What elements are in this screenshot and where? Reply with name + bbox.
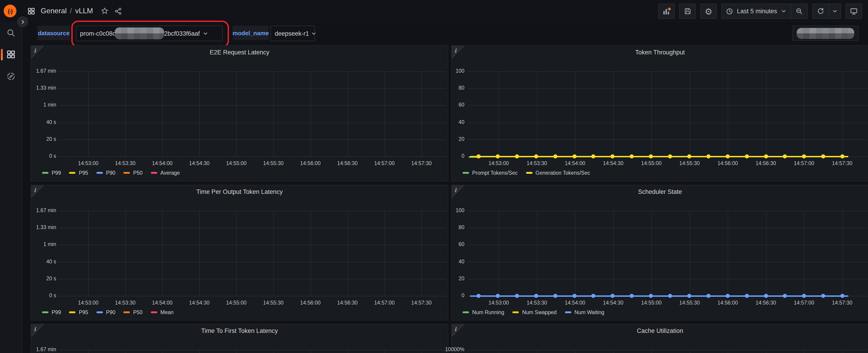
breadcrumb-page[interactable]: vLLM xyxy=(75,7,93,15)
gridline-vertical xyxy=(804,211,804,296)
series-point xyxy=(802,154,806,158)
share-icon[interactable] xyxy=(114,7,122,15)
series-point xyxy=(840,154,844,158)
add-panel-button[interactable] xyxy=(658,4,675,19)
y-tick-label: 1.33 min xyxy=(24,225,56,230)
legend-item[interactable]: P50 xyxy=(124,170,143,176)
gridline-vertical xyxy=(575,71,576,156)
datasource-value-prefix: prom-c0c08c xyxy=(80,30,116,37)
gridline-vertical xyxy=(273,71,274,156)
y-tick-label: 100 xyxy=(432,208,464,213)
legend-item[interactable]: P90 xyxy=(96,310,116,315)
x-tick-label: 14:54:30 xyxy=(183,300,215,305)
y-tick-label: 1.67 min xyxy=(24,347,56,352)
y-tick-label: 1.67 min xyxy=(24,208,56,213)
zoom-out-button[interactable] xyxy=(791,4,807,18)
gridline-vertical xyxy=(236,71,237,156)
chevron-right-icon xyxy=(20,19,25,25)
gridline-vertical xyxy=(310,71,311,156)
gridline-vertical xyxy=(804,71,804,156)
legend-item[interactable]: Mean xyxy=(151,310,174,315)
time-range-picker[interactable]: Last 5 minutes xyxy=(722,4,791,18)
legend-item[interactable]: P95 xyxy=(69,170,88,176)
breadcrumb: General / vLLM xyxy=(41,7,93,15)
zoom-out-icon xyxy=(795,7,803,15)
sidebar-expand-button[interactable] xyxy=(18,17,28,27)
series-point xyxy=(496,154,500,158)
y-tick-label: 20 s xyxy=(24,276,56,281)
legend-item[interactable]: P50 xyxy=(124,310,143,315)
series-point xyxy=(840,294,844,298)
legend-item[interactable]: P99 xyxy=(42,310,61,315)
panel-time-per-output-token-latency: i Time Per Output Token Latency 1.67 min… xyxy=(31,185,448,321)
logo[interactable]: (-) xyxy=(4,5,17,18)
legend-label: Average xyxy=(160,170,180,176)
redacted-top-right-control[interactable] xyxy=(793,26,859,41)
gridline-vertical xyxy=(613,350,614,353)
gridline-horizontal xyxy=(468,279,868,280)
gridline-horizontal xyxy=(59,211,446,211)
model-name-label: model_name xyxy=(232,26,269,40)
chevron-down-icon xyxy=(781,8,787,14)
y-tick-label: 20 s xyxy=(24,136,56,142)
legend-item[interactable]: Prompt Tokens/Sec xyxy=(463,170,518,176)
legend-item[interactable]: Generation Tokens/Sec xyxy=(526,170,590,176)
series-point xyxy=(783,154,787,158)
refresh-interval-dropdown[interactable] xyxy=(829,4,841,18)
y-tick-label: 20 xyxy=(432,276,464,281)
legend-item[interactable]: Num Swapped xyxy=(513,310,557,315)
legend-item[interactable]: P90 xyxy=(96,170,116,176)
datasource-dropdown[interactable]: prom-c0c08c 2bcf033f6aaf xyxy=(76,26,223,41)
sidebar-item-dashboards[interactable] xyxy=(0,45,22,64)
series-point xyxy=(611,154,615,158)
save-dashboard-button[interactable] xyxy=(679,4,696,19)
legend-label: Generation Tokens/Sec xyxy=(535,170,590,176)
panel-legend: Num RunningNum SwappedNum Waiting xyxy=(463,310,604,315)
sidebar-item-search[interactable] xyxy=(0,24,22,42)
breadcrumb-section[interactable]: General xyxy=(41,7,67,15)
time-range-group: Last 5 minutes xyxy=(721,4,808,19)
legend-item[interactable]: P99 xyxy=(42,170,61,176)
gridline-horizontal xyxy=(59,156,446,157)
x-tick-label: 14:55:30 xyxy=(674,160,706,166)
star-icon[interactable] xyxy=(100,7,108,15)
kiosk-mode-button[interactable] xyxy=(846,4,862,19)
breadcrumb-separator: / xyxy=(70,7,72,15)
datasource-value-suffix: 2bcf033f6aaf xyxy=(164,30,200,37)
kiosk-monitor-icon xyxy=(850,7,858,15)
plot-area: 1.67 min1.33 min1 min40 s20 s0 s14:53:00… xyxy=(31,46,448,181)
model-name-dropdown[interactable]: deepseek-r1 xyxy=(271,26,315,41)
series-line xyxy=(470,295,848,297)
legend-label: Num Waiting xyxy=(575,310,604,315)
gridline-vertical xyxy=(347,350,348,353)
legend-item[interactable]: P95 xyxy=(69,310,88,315)
gridline-vertical xyxy=(422,350,422,353)
gridline-horizontal xyxy=(468,350,868,350)
legend-label: P95 xyxy=(79,170,88,176)
x-tick-label: 14:53:00 xyxy=(483,160,515,166)
gridline-vertical xyxy=(384,71,385,156)
panel-legend: P99P95P90P50Average xyxy=(42,170,180,176)
y-tick-label: 40 s xyxy=(24,119,56,125)
gridline-horizontal xyxy=(59,279,446,280)
refresh-button[interactable] xyxy=(813,4,829,18)
plot-area: 1.67 min xyxy=(31,324,448,353)
legend-label: P90 xyxy=(106,170,116,176)
dashboard-settings-button[interactable]: ⚙ xyxy=(700,4,717,19)
panel-legend: Prompt Tokens/SecGeneration Tokens/Sec xyxy=(463,170,590,176)
series-point xyxy=(668,294,672,298)
legend-item[interactable]: Num Waiting xyxy=(565,310,604,315)
legend-swatch xyxy=(96,172,103,174)
gridline-vertical xyxy=(236,350,237,353)
series-point xyxy=(476,154,480,158)
gridline-horizontal xyxy=(59,140,446,140)
refresh-group xyxy=(812,4,841,19)
plot-area: 1.67 min1.33 min1 min40 s20 s0 s14:53:00… xyxy=(31,185,448,320)
chevron-down-icon xyxy=(311,30,317,36)
legend-item[interactable]: Average xyxy=(151,170,180,176)
chevron-down-icon xyxy=(832,8,838,14)
legend-item[interactable]: Num Running xyxy=(463,310,504,315)
plot-area: 10080604020014:53:0014:53:3014:54:0014:5… xyxy=(452,46,868,181)
gridline-horizontal xyxy=(468,262,868,262)
sidebar-item-explore[interactable] xyxy=(0,67,22,86)
